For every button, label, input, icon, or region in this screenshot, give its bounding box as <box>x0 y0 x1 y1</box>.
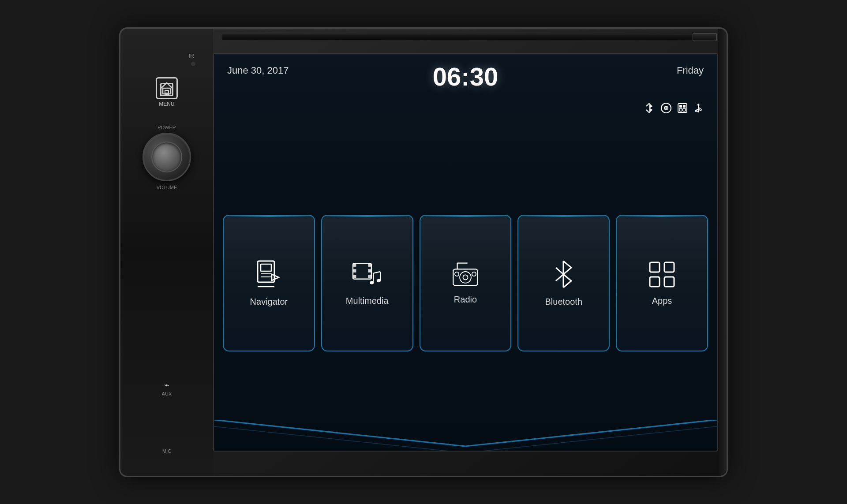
svg-rect-26 <box>353 263 356 266</box>
cd-slot[interactable] <box>222 34 696 40</box>
svg-line-46 <box>556 274 563 281</box>
apps-button[interactable]: Apps <box>616 215 708 351</box>
multimedia-icon <box>351 260 384 289</box>
ir-label: IR <box>189 53 194 59</box>
sd-slot[interactable] <box>693 33 717 41</box>
usb-status-icon <box>693 103 704 116</box>
knob-inner <box>151 142 182 172</box>
right-side-panel <box>718 29 727 476</box>
radio-button[interactable]: Radio <box>420 215 512 351</box>
multimedia-label: Multimedia <box>346 296 389 306</box>
time-display: 06:30 <box>433 62 498 91</box>
svg-point-42 <box>455 272 459 276</box>
svg-rect-12 <box>683 108 686 111</box>
svg-point-38 <box>460 272 471 283</box>
bluetooth-label: Bluetooth <box>545 297 583 307</box>
menu-button[interactable]: MENU <box>156 77 178 107</box>
power-label: POWER <box>157 125 176 130</box>
volume-knob[interactable] <box>142 133 191 181</box>
svg-line-33 <box>373 272 380 273</box>
svg-point-18 <box>697 111 699 112</box>
bluetooth-icon <box>551 259 576 290</box>
svg-rect-28 <box>353 275 356 278</box>
svg-marker-23 <box>272 274 279 280</box>
svg-point-39 <box>463 275 468 280</box>
svg-rect-30 <box>368 269 371 272</box>
svg-rect-1 <box>165 90 169 94</box>
status-icons-row <box>644 102 704 116</box>
car-stereo-unit: IR MENU POWER VOLUME ⌁ AUX <box>119 27 728 477</box>
menu-label: MENU <box>159 101 174 107</box>
svg-point-35 <box>370 281 374 284</box>
svg-rect-11 <box>679 108 682 111</box>
svg-rect-48 <box>664 262 674 272</box>
svg-rect-27 <box>353 269 356 272</box>
svg-point-15 <box>700 109 701 111</box>
svg-rect-31 <box>368 275 371 278</box>
mic-label: MIC <box>162 448 171 454</box>
ir-sensor <box>191 62 195 66</box>
svg-line-3 <box>646 110 649 113</box>
menu-house-icon <box>156 77 178 99</box>
navigator-label: Navigator <box>250 297 288 307</box>
radio-icon <box>450 261 481 287</box>
screen-header: June 30, 2017 06:30 Friday <box>214 54 717 124</box>
disc-status-icon <box>660 102 672 116</box>
svg-rect-0 <box>163 88 171 94</box>
svg-rect-50 <box>664 277 674 287</box>
main-screen-container: June 30, 2017 06:30 Friday <box>213 53 718 452</box>
svg-rect-29 <box>368 263 371 266</box>
radio-label: Radio <box>454 295 477 305</box>
multimedia-button[interactable]: Multimedia <box>321 215 413 351</box>
navigator-button[interactable]: Navigator <box>223 215 315 351</box>
svg-rect-20 <box>261 264 271 271</box>
day-display: Friday <box>677 65 704 76</box>
svg-rect-49 <box>650 277 660 287</box>
bluetooth-status-icon <box>644 102 655 116</box>
svg-rect-17 <box>695 110 697 112</box>
svg-rect-10 <box>683 105 686 108</box>
svg-point-43 <box>472 272 476 276</box>
main-screen: June 30, 2017 06:30 Friday <box>214 54 717 451</box>
date-display: June 30, 2017 <box>227 65 289 76</box>
svg-point-7 <box>665 107 667 109</box>
svg-point-36 <box>377 279 381 282</box>
svg-line-4 <box>646 103 649 106</box>
aux-label: AUX <box>162 391 172 396</box>
svg-rect-47 <box>650 262 660 272</box>
aux-port-section: ⌁ AUX <box>162 380 172 396</box>
navigator-icon <box>253 259 284 290</box>
svg-rect-9 <box>679 105 682 108</box>
volume-label: VOLUME <box>157 185 177 190</box>
power-volume-knob-section: POWER VOLUME <box>120 125 213 190</box>
usb-aux-icon: ⌁ <box>164 380 169 390</box>
apps-icon <box>648 260 676 289</box>
buttons-grid: Navigator <box>214 124 717 451</box>
svg-marker-2 <box>649 103 652 113</box>
svg-line-45 <box>556 268 563 274</box>
media-status-icon <box>677 103 688 116</box>
apps-label: Apps <box>652 296 672 306</box>
bluetooth-button[interactable]: Bluetooth <box>517 215 610 351</box>
left-control-panel: IR MENU POWER VOLUME ⌁ AUX <box>120 29 213 476</box>
